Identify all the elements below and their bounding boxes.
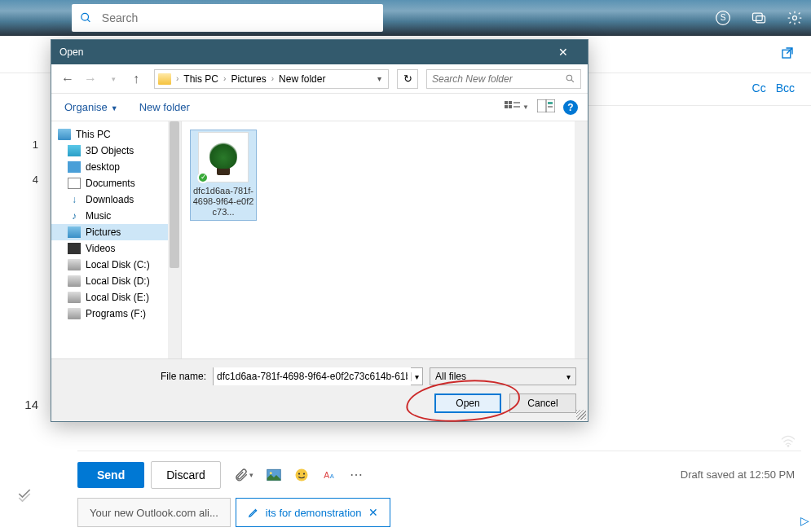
crumb-pictures[interactable]: Pictures	[227, 73, 269, 85]
chat-icon[interactable]	[751, 10, 767, 26]
tree-item-videos[interactable]: Videos	[51, 240, 181, 257]
filename-dropdown-icon[interactable]: ▾	[411, 372, 422, 381]
svg-line-1	[87, 20, 90, 22]
tree-item-local-disk-e-[interactable]: Local Disk (E:)	[51, 289, 181, 306]
svg-rect-23	[513, 106, 520, 108]
nav-recent-dropdown-icon[interactable]: ▾	[104, 69, 123, 89]
svg-rect-21	[509, 105, 512, 108]
dialog-title: Open	[60, 46, 547, 58]
disk-icon	[68, 275, 81, 287]
skype-icon[interactable]: S	[715, 10, 731, 26]
dialog-nav-row: ← → ▾ ↑ › This PC › Pictures › New folde…	[51, 64, 588, 94]
svg-text:A: A	[324, 469, 329, 479]
down-icon: ↓	[68, 194, 81, 205]
tab-close-icon[interactable]: ✕	[368, 506, 378, 519]
popout-icon[interactable]	[780, 46, 795, 64]
nav-back-icon[interactable]: ←	[58, 69, 77, 89]
filename-label: File name:	[161, 371, 206, 382]
cc-link[interactable]: Cc	[752, 81, 766, 95]
tree-item-this-pc[interactable]: This PC	[51, 126, 181, 143]
refresh-icon[interactable]: ↻	[397, 69, 418, 89]
file-item[interactable]: dfc1d6aa-781f-4698-9f64-e0f2c73...	[190, 130, 257, 221]
taskbar-search[interactable]	[72, 4, 383, 32]
music-icon: ♪	[68, 210, 81, 222]
preview-pane-button[interactable]	[537, 99, 555, 115]
tree-item-documents[interactable]: Documents	[51, 175, 181, 191]
tab-outlook-alias[interactable]: Your new Outlook.com ali...	[77, 498, 231, 527]
newfolder-button[interactable]: New folder	[136, 99, 193, 115]
folder-tree[interactable]: This PC3D ObjectsdesktopDocuments↓Downlo…	[51, 121, 182, 358]
tree-item-local-disk-c-[interactable]: Local Disk (C:)	[51, 257, 181, 273]
breadcrumb-bar[interactable]: › This PC › Pictures › New folder ▾	[154, 69, 389, 89]
pics-icon	[68, 226, 81, 238]
file-list[interactable]: dfc1d6aa-781f-4698-9f64-e0f2c73...	[182, 121, 588, 358]
tree-item-label: Local Disk (E:)	[86, 292, 149, 303]
tab-label: Your new Outlook.com ali...	[90, 507, 218, 519]
close-icon[interactable]: ✕	[547, 46, 580, 59]
picture-icon[interactable]	[267, 468, 281, 481]
tree-item-label: This PC	[76, 129, 111, 140]
help-icon[interactable]: ?	[563, 100, 578, 115]
nav-up-icon[interactable]: ↑	[126, 69, 146, 89]
gear-icon[interactable]	[787, 10, 803, 26]
wifi-icon	[780, 434, 796, 451]
open-button[interactable]: Open	[434, 394, 501, 413]
font-format-icon[interactable]: AA	[322, 468, 337, 481]
breadcrumb-dropdown-icon[interactable]: ▾	[374, 74, 385, 83]
discard-button[interactable]: Discard	[151, 461, 220, 489]
crumb-newfolder[interactable]: New folder	[275, 73, 328, 85]
bcc-link[interactable]: Bcc	[776, 81, 795, 95]
svg-line-17	[571, 80, 574, 82]
file-open-dialog: Open ✕ ← → ▾ ↑ › This PC › Pictures › Ne…	[51, 39, 588, 422]
files-scrollbar[interactable]	[575, 121, 588, 358]
cancel-button[interactable]: Cancel	[509, 394, 576, 413]
crumb-thispc[interactable]: This PC	[180, 73, 222, 85]
svg-rect-22	[513, 102, 520, 103]
tree-item-pictures[interactable]: Pictures	[51, 224, 181, 240]
svg-rect-4	[753, 13, 763, 20]
tree-item-desktop[interactable]: desktop	[51, 159, 181, 175]
tree-item-label: Music	[86, 210, 111, 222]
tree-scrollbar[interactable]	[168, 121, 181, 358]
organise-button[interactable]: Organise▼	[61, 99, 121, 115]
filetype-select[interactable]: All files▾	[430, 367, 576, 385]
attach-icon[interactable]: ▾	[234, 468, 253, 482]
view-mode-button[interactable]: ▼	[505, 101, 529, 114]
tree-item-downloads[interactable]: ↓Downloads	[51, 191, 181, 208]
tree-item-label: Local Disk (C:)	[86, 259, 150, 270]
tree-item-3d-objects[interactable]: 3D Objects	[51, 143, 181, 159]
bottom-tabs: Your new Outlook.com ali... its for demo…	[77, 498, 801, 527]
checkmark-icon[interactable]	[16, 486, 33, 505]
taskbar-tray: S	[715, 10, 803, 26]
search-icon	[80, 11, 92, 24]
taskbar-search-input[interactable]	[102, 11, 375, 24]
dialog-footer: File name: ▾ All files▾ Open Cancel	[51, 358, 588, 421]
dialog-search-input[interactable]	[432, 73, 565, 85]
svg-rect-27	[548, 106, 553, 108]
disk-icon	[68, 292, 81, 303]
send-button[interactable]: Send	[77, 462, 144, 488]
disk-icon	[68, 308, 81, 319]
emoji-icon[interactable]	[294, 468, 309, 482]
gutter-day-4: 4	[0, 174, 50, 186]
dialog-titlebar[interactable]: Open ✕	[51, 40, 588, 64]
svg-rect-5	[756, 16, 765, 23]
expand-tabs-icon[interactable]: ▷	[800, 514, 809, 527]
resize-grip-icon[interactable]	[576, 410, 586, 420]
dialog-search[interactable]	[426, 69, 581, 89]
pencil-icon	[248, 507, 259, 518]
filename-input[interactable]	[214, 367, 411, 385]
tree-item-music[interactable]: ♪Music	[51, 208, 181, 224]
svg-point-6	[793, 16, 797, 20]
svg-point-16	[566, 75, 572, 81]
tab-demonstration[interactable]: its for demonstration ✕	[236, 498, 390, 527]
svg-point-12	[298, 473, 300, 474]
tree-item-label: 3D Objects	[86, 145, 134, 156]
tree-item-label: Videos	[86, 243, 115, 254]
tree-item-label: Documents	[86, 178, 135, 189]
svg-text:A: A	[329, 472, 333, 479]
tree-item-local-disk-d-[interactable]: Local Disk (D:)	[51, 273, 181, 289]
tree-item-programs-f-[interactable]: Programs (F:)	[51, 306, 181, 322]
more-icon[interactable]: ⋯	[350, 467, 364, 482]
file-label: dfc1d6aa-781f-4698-9f64-e0f2c73...	[192, 186, 254, 218]
